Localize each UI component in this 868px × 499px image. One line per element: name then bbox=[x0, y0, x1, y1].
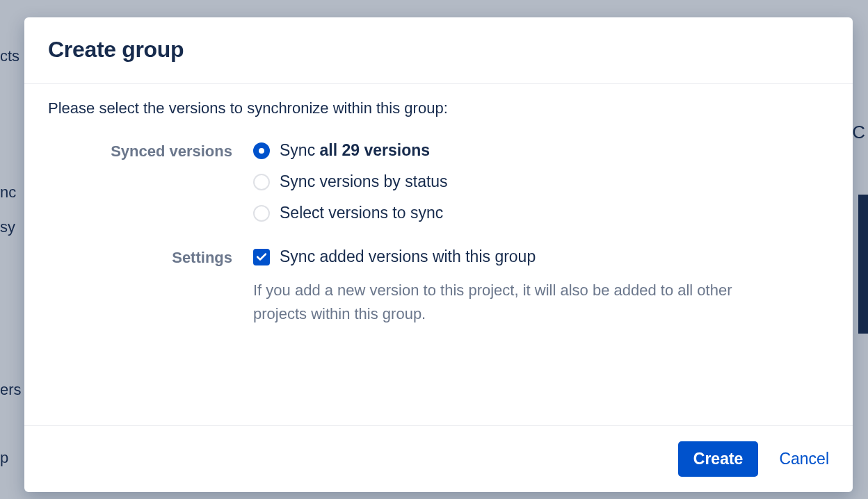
modal-title: Create group bbox=[48, 37, 829, 63]
checkbox-sync-added[interactable]: Sync added versions with this group bbox=[253, 247, 829, 266]
settings-help-text: If you add a new version to this project… bbox=[253, 279, 782, 326]
radio-select-label: Select versions to sync bbox=[280, 204, 443, 222]
bg-bar bbox=[858, 195, 868, 334]
form-label-col: Settings bbox=[48, 247, 253, 267]
settings-controls: Sync added versions with this group If y… bbox=[253, 247, 829, 326]
intro-text: Please select the versions to synchroniz… bbox=[48, 99, 829, 117]
checkbox-icon bbox=[253, 249, 270, 265]
radio-by-status-label: Sync versions by status bbox=[280, 172, 448, 191]
check-icon bbox=[257, 253, 266, 261]
bg-text: ers bbox=[0, 381, 22, 399]
radio-sync-all-label: Sync all 29 versions bbox=[280, 141, 430, 160]
modal-body: Please select the versions to synchroniz… bbox=[24, 84, 853, 425]
radio-sync-all[interactable]: Sync all 29 versions bbox=[253, 141, 829, 160]
modal-footer: Create Cancel bbox=[24, 425, 853, 492]
radio-icon bbox=[253, 174, 270, 190]
create-button[interactable]: Create bbox=[678, 441, 759, 477]
modal-header: Create group bbox=[24, 17, 853, 84]
create-group-modal: Create group Please select the versions … bbox=[24, 17, 853, 492]
radio-icon bbox=[253, 205, 270, 222]
settings-label: Settings bbox=[172, 249, 232, 266]
form-label-col: Synced versions bbox=[48, 141, 253, 161]
bg-text: cts bbox=[0, 47, 19, 65]
radio-bold: all 29 versions bbox=[320, 141, 431, 159]
radio-prefix: Sync bbox=[280, 141, 320, 159]
synced-versions-label: Synced versions bbox=[111, 142, 232, 160]
cancel-button[interactable]: Cancel bbox=[776, 441, 832, 477]
checkbox-sync-added-label: Sync added versions with this group bbox=[280, 247, 536, 266]
settings-row: Settings Sync added versions with this g… bbox=[48, 247, 829, 326]
radio-dot bbox=[259, 148, 264, 154]
bg-text: nc bbox=[0, 183, 16, 202]
bg-text: p bbox=[0, 449, 8, 467]
synced-versions-row: Synced versions Sync all 29 versions Syn… bbox=[48, 141, 829, 222]
radio-icon bbox=[253, 142, 270, 159]
bg-text: sy bbox=[0, 218, 15, 236]
bg-text: C bbox=[852, 122, 865, 143]
radio-sync-by-status[interactable]: Sync versions by status bbox=[253, 172, 829, 191]
synced-versions-options: Sync all 29 versions Sync versions by st… bbox=[253, 141, 829, 222]
radio-select-versions[interactable]: Select versions to sync bbox=[253, 204, 829, 222]
